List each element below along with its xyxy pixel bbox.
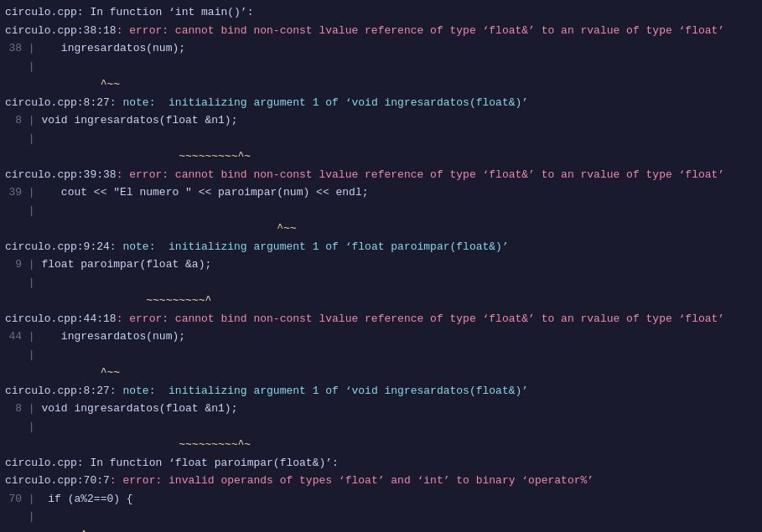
terminal-line: circulo.cpp:8:27: note: initializing arg… xyxy=(0,382,762,400)
terminal-line: circulo.cpp:70:7: error: invalid operand… xyxy=(0,472,762,490)
terminal-line: | ~~~~~~~~~^~ xyxy=(0,147,762,166)
terminal-line: 44 | ingresardatos(num); xyxy=(0,328,762,346)
terminal-line: circulo.cpp:44:18: error: cannot bind no… xyxy=(0,310,762,328)
terminal-line: 8 | void ingresardatos(float &n1); xyxy=(0,111,762,130)
terminal-line: circulo.cpp: In function ‘float paroimpa… xyxy=(0,454,762,473)
terminal-line: | xyxy=(0,346,762,364)
terminal-line: | xyxy=(0,508,762,526)
terminal-line: | ^~~ xyxy=(0,220,762,238)
terminal-line: 70 | if (a%2==0) { xyxy=(0,490,762,509)
terminal-line: | ^~~ xyxy=(0,364,762,382)
terminal-line: | ~~~~~~~~~^~ xyxy=(0,436,762,454)
terminal-line: | xyxy=(0,274,762,292)
terminal-line: | xyxy=(0,418,762,436)
terminal-line: | ~~~~~~~~~^ xyxy=(0,292,762,310)
terminal-line: 39 | cout << "El numero " << paroimpar(n… xyxy=(0,183,762,202)
terminal-line: | ^~~ xyxy=(0,75,762,94)
terminal-line: circulo.cpp:39:38: error: cannot bind no… xyxy=(0,166,762,184)
terminal-line: circulo.cpp:8:27: note: initializing arg… xyxy=(0,94,762,112)
terminal-line: | xyxy=(0,58,762,76)
terminal-line: circulo.cpp:38:18: error: cannot bind no… xyxy=(0,22,762,40)
terminal-line: circulo.cpp: In function ‘int main()’: xyxy=(0,3,762,22)
terminal-line: 9 | float paroimpar(float &a); xyxy=(0,256,762,274)
terminal-line: 8 | void ingresardatos(float &n1); xyxy=(0,400,762,418)
terminal-output: circulo.cpp: In function ‘int main()’:ci… xyxy=(0,0,762,532)
terminal-line: | xyxy=(0,130,762,148)
terminal-line: 38 | ingresardatos(num); xyxy=(0,39,762,58)
terminal-line: | xyxy=(0,202,762,220)
terminal-line: circulo.cpp:9:24: note: initializing arg… xyxy=(0,238,762,256)
terminal-line: | ~^~ xyxy=(0,526,762,533)
